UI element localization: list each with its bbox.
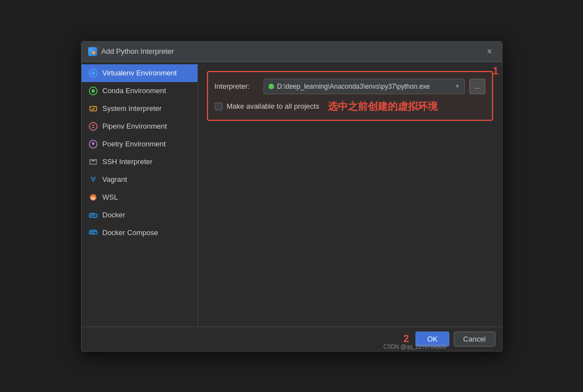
svg-rect-18 [94,215,95,216]
sidebar-item-system[interactable]: System Interpreter [82,100,197,118]
interpreter-path: D:\deep_learning\Anaconda3\envs\py37\pyt… [277,83,452,90]
sidebar-item-label: Docker Compose [103,228,158,237]
vagrant-icon [88,175,98,185]
svg-rect-22 [92,232,93,233]
sidebar-item-label: WSL [103,193,118,201]
svg-marker-10 [90,160,97,162]
conda-icon [88,86,98,96]
add-python-interpreter-dialog: Add Python Interpreter × Virtualenv Envi… [81,41,503,352]
sidebar-item-label: Vagrant [103,175,128,184]
chevron-down-icon: ▼ [455,83,460,89]
annotation-box: Interpreter: D:\deep_learning\Anaconda3\… [207,71,493,121]
browse-button[interactable]: ... [469,79,485,94]
watermark: CSDN @qq_2276764906 [383,344,447,350]
main-content: Interpreter: D:\deep_learning\Anaconda3\… [198,62,502,327]
checkbox-row: Make available to all projects 选中之前创建的虚拟… [215,100,485,113]
svg-point-7 [89,123,97,130]
title-bar: Add Python Interpreter × [82,42,502,62]
sidebar: Virtualenv Environment Conda Environment [82,62,198,327]
sidebar-item-label: Docker [103,211,125,219]
sidebar-item-label: Conda Environment [103,86,166,95]
svg-point-5 [92,89,95,93]
sidebar-item-label: System Interpreter [103,104,162,113]
checkbox-label: Make available to all projects [227,102,320,110]
sidebar-item-docker-compose[interactable]: Docker Compose [82,224,197,242]
svg-rect-21 [90,232,92,233]
dialog-footer: 2 OK Cancel CSDN @qq_2276764906 [82,327,502,351]
sidebar-item-wsl[interactable]: W WSL [82,189,197,206]
sidebar-item-virtualenv[interactable]: Virtualenv Environment [82,64,197,82]
sidebar-item-label: Poetry Environment [103,140,166,148]
svg-text:W: W [91,196,95,201]
cancel-button[interactable]: Cancel [454,332,495,347]
sidebar-item-label: Pipenv Environment [103,122,167,130]
sidebar-item-docker[interactable]: Docker [82,206,197,224]
interpreter-label: Interpreter: [215,82,259,90]
wsl-icon: W [88,192,98,202]
sidebar-item-poetry[interactable]: Poetry Environment [82,135,197,153]
svg-rect-23 [94,232,95,233]
annotation-text-chinese: 选中之前创建的虚拟环境 [328,100,438,113]
svg-rect-16 [90,215,92,216]
sidebar-item-vagrant[interactable]: Vagrant [82,171,197,189]
docker-compose-icon [88,228,98,238]
sidebar-item-pipenv[interactable]: Pipenv Environment [82,118,197,135]
svg-rect-15 [93,213,94,214]
annotation-number-1: 1 [493,65,498,77]
title-bar-left: Add Python Interpreter [88,47,174,56]
dialog-body: Virtualenv Environment Conda Environment [82,62,502,327]
pipenv-icon [88,121,98,131]
dialog-title: Add Python Interpreter [102,47,174,55]
ssh-icon [88,157,98,167]
sidebar-item-ssh[interactable]: SSH Interpreter [82,153,197,171]
svg-rect-20 [90,230,97,231]
interpreter-dropdown[interactable]: D:\deep_learning\Anaconda3\envs\py37\pyt… [263,79,465,94]
svg-point-3 [92,72,95,75]
svg-rect-17 [92,215,93,216]
sidebar-item-conda[interactable]: Conda Environment [82,82,197,100]
sidebar-item-label: SSH Interpreter [103,157,153,166]
svg-point-1 [92,51,95,54]
svg-rect-14 [90,213,92,214]
system-icon [88,104,98,114]
app-icon [88,47,97,56]
virtualenv-icon [88,68,98,78]
sidebar-item-label: Virtualenv Environment [103,69,177,77]
docker-icon [88,210,98,220]
poetry-icon [88,139,98,149]
annotation-number-2: 2 [403,333,409,345]
interpreter-row: Interpreter: D:\deep_learning\Anaconda3\… [215,79,485,94]
available-to-all-checkbox[interactable] [215,103,222,110]
close-button[interactable]: × [484,46,495,57]
status-indicator [268,84,274,89]
